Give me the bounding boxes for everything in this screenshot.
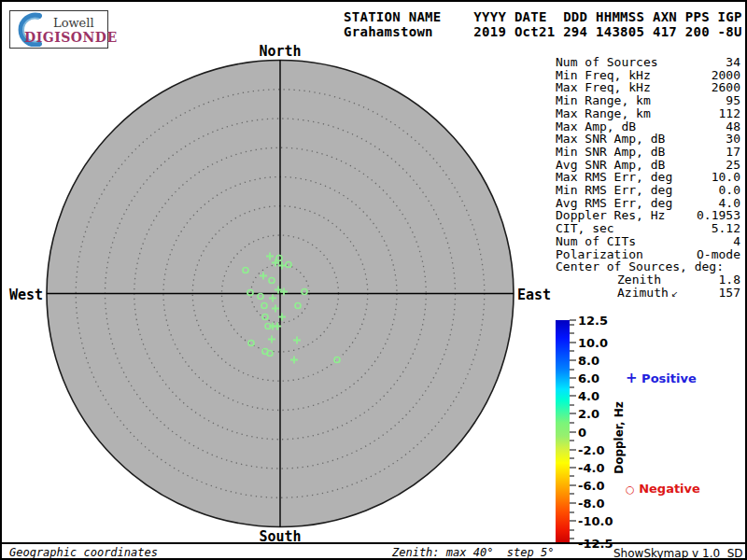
colorbar-minor-tick <box>570 333 574 334</box>
stats-row: Max Range, km112 <box>556 107 740 120</box>
stats-row: Avg RMS Err, deg4.0 <box>556 197 740 210</box>
legend-negative-label: Negative <box>635 482 700 496</box>
stats-value: 5.12 <box>712 222 740 235</box>
legend-positive-label: Positive <box>638 371 697 385</box>
stats-label: Min SNR Amp, dB <box>556 146 665 159</box>
stats-value: 4 <box>733 235 740 248</box>
legend-positive: + Positive <box>626 370 697 386</box>
colorbar-minor-tick <box>570 494 574 495</box>
stats-value: 157 <box>719 287 740 301</box>
stats-row: Max RMS Err, deg10.0 <box>556 171 740 184</box>
compass-west-label: West <box>2 287 43 303</box>
stats-row: Center of Sources, deg: <box>556 260 740 273</box>
stats-label: Doppler Res, Hz <box>556 209 665 222</box>
showskymap-window: Lowell DIGISONDE STATION NAME YYYY DATE … <box>0 0 747 560</box>
stats-label: Max SNR Amp, dB <box>556 133 665 146</box>
stats-value: 95 <box>726 94 740 107</box>
colorbar-major-tick <box>570 396 576 397</box>
colorbar-major-tick <box>570 360 576 361</box>
colorbar-tick-label: 8.0 <box>578 354 599 368</box>
colorbar-major-tick <box>570 378 576 379</box>
stats-value: 17 <box>726 146 740 159</box>
colorbar-minor-tick <box>570 476 574 477</box>
stats-value: O-mode <box>697 248 740 261</box>
stats-row: Doppler Res, Hz0.1953 <box>556 209 740 222</box>
colorbar-minor-tick <box>570 369 574 370</box>
stats-row: Avg SNR Amp, dB25 <box>556 159 740 172</box>
colorbar-major-tick <box>570 413 576 414</box>
legend-negative: ○ Negative <box>626 482 700 496</box>
stats-row: Num of Sources34 <box>556 56 740 69</box>
stats-value: 0.0 <box>719 184 740 197</box>
stats-label: Min RMS Err, deg <box>556 184 672 197</box>
stats-label: Max Amp, dB <box>556 120 636 133</box>
colorbar-major-tick <box>570 320 576 321</box>
stats-value: 2600 <box>712 81 740 94</box>
stats-row: Max SNR Amp, dB30 <box>556 133 740 146</box>
zenith-range-label: Zenith: max 40° step 5° <box>392 546 554 559</box>
stats-value: 2000 <box>712 69 740 82</box>
stats-row: Min Range, km95 <box>556 94 740 107</box>
stats-label: Max RMS Err, deg <box>556 171 672 184</box>
colorbar-major-tick <box>570 467 576 468</box>
stats-label: Max Range, km <box>556 107 651 120</box>
colorbar-tick-label: 4.0 <box>578 389 599 403</box>
circle-icon: ○ <box>626 483 635 496</box>
stats-row: CIT, sec5.12 <box>556 222 740 235</box>
colorbar-major-tick <box>570 502 576 503</box>
coordinates-mode-label: Geographic coordinates <box>9 546 158 559</box>
plus-icon: + <box>626 370 638 386</box>
colorbar-minor-tick <box>570 441 574 441</box>
footer-divider <box>2 542 745 544</box>
stats-row: Max Freq, kHz2600 <box>556 81 740 94</box>
colorbar-axis-title: Doppler, Hz <box>613 401 626 474</box>
stats-row: Azimuth ↙157 <box>556 287 740 301</box>
colorbar-tick-label: 6.0 <box>578 371 599 385</box>
stats-label: Zenith <box>617 273 661 287</box>
stats-value: 25 <box>726 159 740 172</box>
colorbar-major-tick <box>570 484 576 485</box>
colorbar-minor-tick <box>570 386 574 387</box>
stats-value: 1.8 <box>719 273 740 287</box>
stats-label: Min Range, km <box>556 94 651 107</box>
colorbar-tick-label: 0 <box>578 425 586 439</box>
colorbar-tick-label: 2.0 <box>578 407 599 421</box>
colorbar-minor-tick <box>570 404 574 405</box>
colorbar-minor-tick <box>570 458 574 459</box>
stats-row: Zenith1.8 <box>556 273 740 287</box>
stats-value: 10.0 <box>712 171 740 184</box>
azimuth-direction-arrow-icon: ↙ <box>669 289 678 299</box>
colorbar-tick-label: -2.0 <box>578 442 604 456</box>
stats-value: 112 <box>719 107 740 120</box>
stats-label: Num of Sources <box>556 56 658 69</box>
colorbar-minor-tick <box>570 511 574 512</box>
stats-label: Min Freq, kHz <box>556 69 651 82</box>
stats-label: Max Freq, kHz <box>556 81 651 94</box>
stats-value: 30 <box>726 133 740 146</box>
colorbar-major-tick <box>570 431 576 432</box>
stats-value: 48 <box>726 120 740 133</box>
stats-label: Num of CITs <box>556 235 636 248</box>
colorbar-minor-tick <box>570 324 574 325</box>
stats-row: Min RMS Err, deg0.0 <box>556 184 740 197</box>
doppler-colorbar <box>556 320 570 543</box>
colorbar-tick-label: -10.0 <box>578 514 613 528</box>
stats-row: PolarizationO-mode <box>556 248 740 261</box>
stats-label: Azimuth ↙ <box>617 287 678 301</box>
stats-value: 0.1953 <box>697 209 740 222</box>
stats-row: Min SNR Amp, dB17 <box>556 146 740 159</box>
colorbar-tick-label: 12.5 <box>578 314 608 328</box>
colorbar-tick-label: 10.0 <box>578 335 608 349</box>
stats-label: Center of Sources, deg: <box>556 260 724 273</box>
colorbar-minor-tick <box>570 539 574 539</box>
stats-row: Max Amp, dB48 <box>556 120 740 133</box>
colorbar-minor-tick <box>570 351 574 352</box>
colorbar-major-tick <box>570 342 576 343</box>
colorbar-major-tick <box>570 449 576 450</box>
measurement-stats-panel: Num of Sources34Min Freq, kHz2000Max Fre… <box>556 56 740 301</box>
colorbar-major-tick <box>570 521 576 522</box>
compass-north-label: North <box>233 43 327 60</box>
stats-row: Num of CITs4 <box>556 235 740 248</box>
colorbar-tick-label: -4.0 <box>578 460 604 474</box>
stats-label: CIT, sec <box>556 222 614 235</box>
